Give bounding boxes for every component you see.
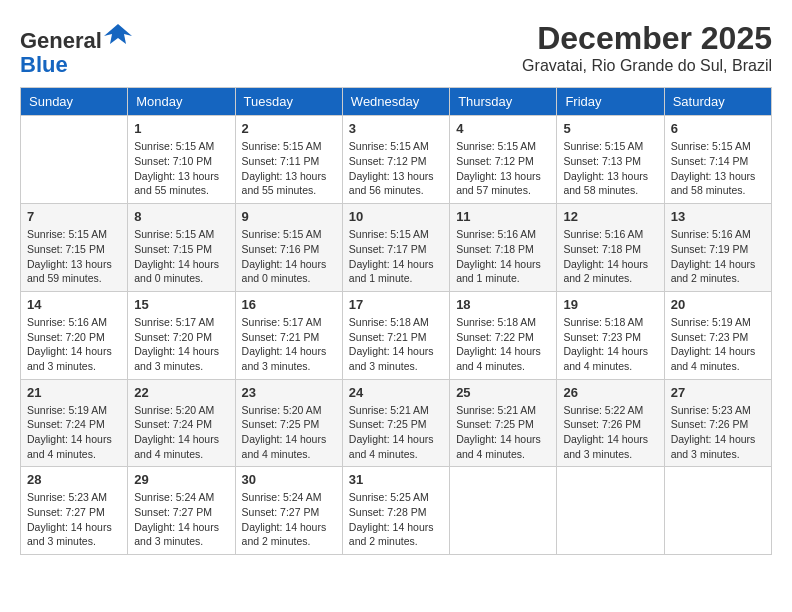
day-number: 8	[134, 209, 228, 224]
calendar-cell: 29Sunrise: 5:24 AM Sunset: 7:27 PM Dayli…	[128, 467, 235, 555]
day-header-saturday: Saturday	[664, 88, 771, 116]
logo-bird-icon	[104, 20, 132, 48]
calendar-cell	[450, 467, 557, 555]
day-info: Sunrise: 5:20 AM Sunset: 7:25 PM Dayligh…	[242, 403, 336, 462]
day-header-sunday: Sunday	[21, 88, 128, 116]
day-number: 27	[671, 385, 765, 400]
day-info: Sunrise: 5:23 AM Sunset: 7:27 PM Dayligh…	[27, 490, 121, 549]
day-info: Sunrise: 5:15 AM Sunset: 7:13 PM Dayligh…	[563, 139, 657, 198]
calendar-cell: 16Sunrise: 5:17 AM Sunset: 7:21 PM Dayli…	[235, 291, 342, 379]
day-number: 3	[349, 121, 443, 136]
calendar-cell: 24Sunrise: 5:21 AM Sunset: 7:25 PM Dayli…	[342, 379, 449, 467]
calendar-cell: 17Sunrise: 5:18 AM Sunset: 7:21 PM Dayli…	[342, 291, 449, 379]
day-number: 20	[671, 297, 765, 312]
calendar-cell	[664, 467, 771, 555]
day-number: 4	[456, 121, 550, 136]
day-number: 11	[456, 209, 550, 224]
day-info: Sunrise: 5:20 AM Sunset: 7:24 PM Dayligh…	[134, 403, 228, 462]
calendar-cell: 22Sunrise: 5:20 AM Sunset: 7:24 PM Dayli…	[128, 379, 235, 467]
day-info: Sunrise: 5:24 AM Sunset: 7:27 PM Dayligh…	[134, 490, 228, 549]
day-info: Sunrise: 5:18 AM Sunset: 7:21 PM Dayligh…	[349, 315, 443, 374]
day-info: Sunrise: 5:23 AM Sunset: 7:26 PM Dayligh…	[671, 403, 765, 462]
day-info: Sunrise: 5:21 AM Sunset: 7:25 PM Dayligh…	[349, 403, 443, 462]
day-info: Sunrise: 5:19 AM Sunset: 7:23 PM Dayligh…	[671, 315, 765, 374]
day-number: 31	[349, 472, 443, 487]
day-number: 17	[349, 297, 443, 312]
calendar-cell: 18Sunrise: 5:18 AM Sunset: 7:22 PM Dayli…	[450, 291, 557, 379]
day-number: 29	[134, 472, 228, 487]
day-header-thursday: Thursday	[450, 88, 557, 116]
day-header-wednesday: Wednesday	[342, 88, 449, 116]
day-number: 16	[242, 297, 336, 312]
calendar-cell: 23Sunrise: 5:20 AM Sunset: 7:25 PM Dayli…	[235, 379, 342, 467]
calendar-cell: 9Sunrise: 5:15 AM Sunset: 7:16 PM Daylig…	[235, 204, 342, 292]
day-number: 21	[27, 385, 121, 400]
day-number: 18	[456, 297, 550, 312]
calendar-cell: 6Sunrise: 5:15 AM Sunset: 7:14 PM Daylig…	[664, 116, 771, 204]
calendar-week-2: 7Sunrise: 5:15 AM Sunset: 7:15 PM Daylig…	[21, 204, 772, 292]
calendar-cell: 25Sunrise: 5:21 AM Sunset: 7:25 PM Dayli…	[450, 379, 557, 467]
calendar-cell: 2Sunrise: 5:15 AM Sunset: 7:11 PM Daylig…	[235, 116, 342, 204]
day-number: 23	[242, 385, 336, 400]
calendar-cell: 12Sunrise: 5:16 AM Sunset: 7:18 PM Dayli…	[557, 204, 664, 292]
page-header: General Blue December 2025 Gravatai, Rio…	[20, 20, 772, 77]
day-number: 2	[242, 121, 336, 136]
day-number: 28	[27, 472, 121, 487]
day-header-tuesday: Tuesday	[235, 88, 342, 116]
calendar-cell: 28Sunrise: 5:23 AM Sunset: 7:27 PM Dayli…	[21, 467, 128, 555]
calendar-cell: 5Sunrise: 5:15 AM Sunset: 7:13 PM Daylig…	[557, 116, 664, 204]
calendar-cell: 15Sunrise: 5:17 AM Sunset: 7:20 PM Dayli…	[128, 291, 235, 379]
day-info: Sunrise: 5:16 AM Sunset: 7:20 PM Dayligh…	[27, 315, 121, 374]
logo-blue-text: Blue	[20, 52, 68, 77]
day-number: 13	[671, 209, 765, 224]
day-info: Sunrise: 5:15 AM Sunset: 7:11 PM Dayligh…	[242, 139, 336, 198]
day-info: Sunrise: 5:17 AM Sunset: 7:21 PM Dayligh…	[242, 315, 336, 374]
svg-marker-0	[104, 24, 132, 44]
calendar-cell: 21Sunrise: 5:19 AM Sunset: 7:24 PM Dayli…	[21, 379, 128, 467]
calendar-header-row: SundayMondayTuesdayWednesdayThursdayFrid…	[21, 88, 772, 116]
calendar-cell: 3Sunrise: 5:15 AM Sunset: 7:12 PM Daylig…	[342, 116, 449, 204]
calendar-week-3: 14Sunrise: 5:16 AM Sunset: 7:20 PM Dayli…	[21, 291, 772, 379]
day-number: 10	[349, 209, 443, 224]
day-info: Sunrise: 5:21 AM Sunset: 7:25 PM Dayligh…	[456, 403, 550, 462]
day-number: 15	[134, 297, 228, 312]
day-info: Sunrise: 5:16 AM Sunset: 7:19 PM Dayligh…	[671, 227, 765, 286]
day-info: Sunrise: 5:25 AM Sunset: 7:28 PM Dayligh…	[349, 490, 443, 549]
month-title: December 2025	[522, 20, 772, 57]
day-number: 7	[27, 209, 121, 224]
day-number: 24	[349, 385, 443, 400]
day-info: Sunrise: 5:15 AM Sunset: 7:17 PM Dayligh…	[349, 227, 443, 286]
title-block: December 2025 Gravatai, Rio Grande do Su…	[522, 20, 772, 75]
day-info: Sunrise: 5:22 AM Sunset: 7:26 PM Dayligh…	[563, 403, 657, 462]
day-info: Sunrise: 5:24 AM Sunset: 7:27 PM Dayligh…	[242, 490, 336, 549]
day-info: Sunrise: 5:16 AM Sunset: 7:18 PM Dayligh…	[563, 227, 657, 286]
day-number: 25	[456, 385, 550, 400]
calendar-cell: 10Sunrise: 5:15 AM Sunset: 7:17 PM Dayli…	[342, 204, 449, 292]
day-header-friday: Friday	[557, 88, 664, 116]
day-info: Sunrise: 5:15 AM Sunset: 7:14 PM Dayligh…	[671, 139, 765, 198]
day-info: Sunrise: 5:15 AM Sunset: 7:12 PM Dayligh…	[349, 139, 443, 198]
calendar-week-5: 28Sunrise: 5:23 AM Sunset: 7:27 PM Dayli…	[21, 467, 772, 555]
calendar-cell: 7Sunrise: 5:15 AM Sunset: 7:15 PM Daylig…	[21, 204, 128, 292]
day-info: Sunrise: 5:15 AM Sunset: 7:10 PM Dayligh…	[134, 139, 228, 198]
day-number: 5	[563, 121, 657, 136]
calendar-cell	[21, 116, 128, 204]
day-info: Sunrise: 5:18 AM Sunset: 7:23 PM Dayligh…	[563, 315, 657, 374]
calendar-cell	[557, 467, 664, 555]
calendar-cell: 8Sunrise: 5:15 AM Sunset: 7:15 PM Daylig…	[128, 204, 235, 292]
day-number: 14	[27, 297, 121, 312]
calendar-body: 1Sunrise: 5:15 AM Sunset: 7:10 PM Daylig…	[21, 116, 772, 555]
calendar-cell: 31Sunrise: 5:25 AM Sunset: 7:28 PM Dayli…	[342, 467, 449, 555]
day-number: 19	[563, 297, 657, 312]
day-number: 9	[242, 209, 336, 224]
day-info: Sunrise: 5:19 AM Sunset: 7:24 PM Dayligh…	[27, 403, 121, 462]
day-number: 22	[134, 385, 228, 400]
day-number: 26	[563, 385, 657, 400]
day-info: Sunrise: 5:16 AM Sunset: 7:18 PM Dayligh…	[456, 227, 550, 286]
calendar-cell: 30Sunrise: 5:24 AM Sunset: 7:27 PM Dayli…	[235, 467, 342, 555]
logo: General Blue	[20, 20, 132, 77]
calendar-week-4: 21Sunrise: 5:19 AM Sunset: 7:24 PM Dayli…	[21, 379, 772, 467]
day-info: Sunrise: 5:15 AM Sunset: 7:16 PM Dayligh…	[242, 227, 336, 286]
day-number: 12	[563, 209, 657, 224]
calendar-cell: 26Sunrise: 5:22 AM Sunset: 7:26 PM Dayli…	[557, 379, 664, 467]
